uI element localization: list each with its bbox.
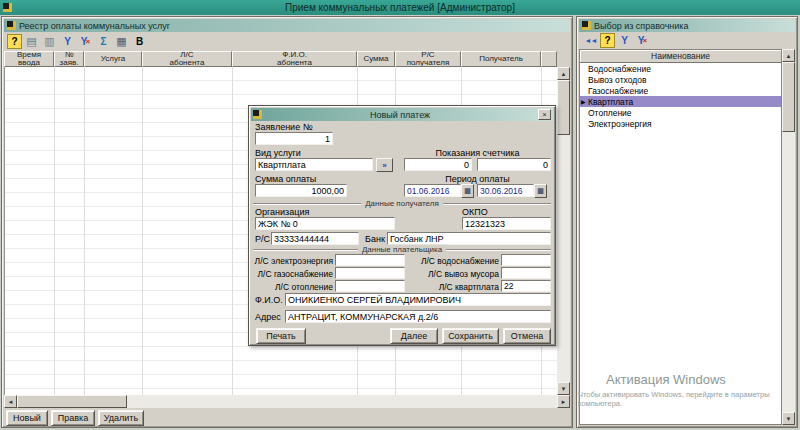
period-from-field[interactable] xyxy=(404,184,461,197)
payment-period-label: Период оплаты xyxy=(404,174,551,184)
scroll-up-icon[interactable]: ▲ xyxy=(557,67,570,80)
save-button[interactable]: Сохранить xyxy=(442,328,499,344)
dictionary-item[interactable]: ▶Квартплата xyxy=(580,96,781,107)
dictionary-list: ВодоснабжениеВывоз отходовГазоснабжение▶… xyxy=(580,63,781,129)
ls-rent-field[interactable] xyxy=(501,280,551,292)
organization-field[interactable] xyxy=(255,217,395,230)
application-window: Прием коммунальных платежей [Администрат… xyxy=(0,0,800,430)
scroll-down-icon[interactable]: ▼ xyxy=(557,382,570,395)
dictionary-list-area: Наименование ВодоснабжениеВывоз отходовГ… xyxy=(579,49,782,425)
edit-button[interactable]: Правка xyxy=(51,410,95,426)
dialog-title: Новый платеж xyxy=(265,110,535,120)
dictionary-item[interactable]: Отопление xyxy=(580,107,781,118)
delete-button[interactable]: Удалить xyxy=(98,410,144,426)
dictionary-column-header[interactable]: Наименование xyxy=(580,50,781,63)
registry-horizontal-scrollbar[interactable]: ◄ ► xyxy=(4,395,570,408)
address-label: Адрес xyxy=(255,312,281,322)
bank-field[interactable] xyxy=(387,232,551,245)
meter-reading-2-field[interactable] xyxy=(477,158,551,171)
ls-heating-field[interactable] xyxy=(335,280,405,292)
filter-icon[interactable]: Y xyxy=(616,33,633,48)
help-icon[interactable]: ? xyxy=(600,33,615,48)
organization-label: Организация xyxy=(255,207,309,217)
column-header[interactable]: № заяв. xyxy=(54,51,84,67)
scroll-down-icon[interactable]: ▼ xyxy=(782,412,795,425)
dictionary-item[interactable]: Вывоз отходов xyxy=(580,74,781,85)
service-type-field[interactable] xyxy=(255,158,373,171)
ls-trash-field[interactable] xyxy=(501,267,551,279)
meter-reading-1-field[interactable] xyxy=(404,158,472,171)
dictionary-item-label: Газоснабжение xyxy=(588,86,648,96)
ls-trash-label: Л/С вывоз мусора xyxy=(407,269,499,279)
fio-label: Ф.И.О. xyxy=(255,295,283,305)
registry-vertical-scrollbar[interactable]: ▲ ▼ xyxy=(557,67,570,395)
period-to-field[interactable] xyxy=(477,184,534,197)
account-field[interactable] xyxy=(271,232,359,245)
dictionary-item-label: Водоснабжение xyxy=(588,64,651,74)
okpo-field[interactable] xyxy=(462,217,551,230)
registry-toolbar: ? ▤ ▥ Y Y× Σ ▦ B xyxy=(4,32,570,51)
dictionary-window: Выбор из справочника ◄◄ ? Y Y× Наименова… xyxy=(576,16,798,428)
column-gridline xyxy=(54,67,55,395)
dictionary-item[interactable]: Электроэнергия xyxy=(580,118,781,129)
new-button[interactable]: Новый xyxy=(6,410,48,426)
report-icon[interactable]: ▤ xyxy=(23,34,40,49)
cancel-button[interactable]: Отмена xyxy=(503,328,551,344)
registry-titlebar: Реестр оплаты коммунальных услуг xyxy=(4,19,570,32)
application-number-field[interactable] xyxy=(255,132,333,145)
column-header[interactable]: Сумма xyxy=(357,51,395,67)
dialog-titlebar: Новый платеж × xyxy=(251,108,553,121)
select-icon[interactable]: ◄◄ xyxy=(582,33,599,48)
calendar-icon[interactable]: ▦ xyxy=(534,184,547,198)
column-header[interactable]: Получатель xyxy=(461,51,541,67)
ls-gas-field[interactable] xyxy=(335,267,405,279)
fio-field[interactable] xyxy=(285,293,551,306)
scroll-thumb[interactable] xyxy=(782,62,795,132)
help-icon[interactable]: ? xyxy=(7,34,22,49)
scroll-up-icon[interactable]: ▲ xyxy=(782,49,795,62)
application-number-label: Заявление № xyxy=(255,122,312,132)
filter-clear-icon[interactable]: Y× xyxy=(634,33,651,48)
scroll-left-icon[interactable]: ◄ xyxy=(4,395,17,408)
sum-icon[interactable]: Σ xyxy=(95,34,112,49)
ls-electricity-label: Л/С электроэнергия xyxy=(253,256,333,266)
dictionary-item-label: Отопление xyxy=(588,108,632,118)
column-header[interactable]: Время ввода xyxy=(4,51,54,67)
column-header[interactable]: Услуга xyxy=(84,51,142,67)
dictionary-vertical-scrollbar[interactable]: ▲ ▼ xyxy=(782,49,795,425)
calculator-icon[interactable]: ▦ xyxy=(113,34,130,49)
dictionary-title: Выбор из справочника xyxy=(594,21,689,31)
column-header[interactable]: Л/С абонента xyxy=(142,51,232,67)
close-icon[interactable]: × xyxy=(538,109,551,120)
filter-clear-icon[interactable]: Y× xyxy=(77,34,94,49)
scroll-right-icon[interactable]: ► xyxy=(557,395,570,408)
ls-electricity-field[interactable] xyxy=(335,254,405,266)
print-icon[interactable]: ▥ xyxy=(41,34,58,49)
dictionary-item[interactable]: Газоснабжение xyxy=(580,85,781,96)
column-gridline xyxy=(232,67,233,395)
dictionary-item-label: Электроэнергия xyxy=(588,119,652,129)
bank-label: Банк xyxy=(365,234,385,244)
dictionary-item-label: Квартплата xyxy=(588,97,633,107)
filter-icon[interactable]: Y xyxy=(59,34,76,49)
ls-heating-label: Л/С отопление xyxy=(253,282,333,292)
app-icon xyxy=(3,3,12,12)
column-header[interactable]: Р/С получателя xyxy=(395,51,461,67)
scroll-thumb[interactable] xyxy=(557,80,570,135)
next-button[interactable]: Далее xyxy=(390,328,438,344)
payment-amount-field[interactable] xyxy=(255,184,347,197)
calendar-icon[interactable]: ▦ xyxy=(461,184,474,198)
recipient-section-label: Данные получателя xyxy=(361,199,443,208)
print-button[interactable]: Печать xyxy=(256,328,306,344)
service-type-label: Вид услуги xyxy=(255,148,301,158)
bold-icon[interactable]: B xyxy=(131,34,148,49)
column-header[interactable]: Ф.И.О. абонента xyxy=(232,51,357,67)
dictionary-item[interactable]: Водоснабжение xyxy=(580,63,781,74)
ls-water-field[interactable] xyxy=(501,254,551,266)
main-titlebar: Прием коммунальных платежей [Администрат… xyxy=(0,0,800,15)
app-title: Прием коммунальных платежей [Администрат… xyxy=(285,2,515,13)
account-label: Р/С xyxy=(255,234,270,244)
address-field[interactable] xyxy=(285,310,551,323)
scroll-thumb[interactable] xyxy=(17,395,127,408)
service-picker-icon[interactable]: » xyxy=(376,158,393,172)
